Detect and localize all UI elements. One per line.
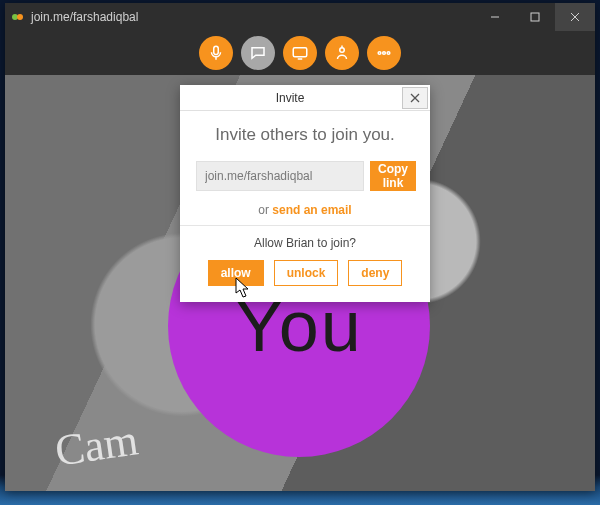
modal-titlebar: Invite <box>180 85 430 111</box>
close-button[interactable] <box>555 3 595 31</box>
share-link-input[interactable] <box>196 161 364 191</box>
svg-point-12 <box>378 52 381 55</box>
svg-point-13 <box>383 52 386 55</box>
invite-modal: Invite Invite others to join you. Copy l… <box>180 85 430 302</box>
app-icon <box>11 10 25 24</box>
or-row: or send an email <box>196 203 414 217</box>
send-email-link[interactable]: send an email <box>272 203 351 217</box>
modal-close-button[interactable] <box>402 87 428 109</box>
or-text: or <box>258 203 272 217</box>
copy-link-button[interactable]: Copy link <box>370 161 416 191</box>
screen-button[interactable] <box>283 36 317 70</box>
svg-point-14 <box>387 52 390 55</box>
unlock-button[interactable]: unlock <box>274 260 339 286</box>
svg-rect-6 <box>214 46 219 54</box>
chat-button[interactable] <box>241 36 275 70</box>
deny-button[interactable]: deny <box>348 260 402 286</box>
allow-button[interactable]: allow <box>208 260 264 286</box>
svg-point-1 <box>17 14 23 20</box>
minimize-button[interactable] <box>475 3 515 31</box>
svg-rect-8 <box>293 48 307 57</box>
svg-rect-3 <box>531 13 539 21</box>
toolbar <box>5 31 595 75</box>
allow-question: Allow Brian to join? <box>196 236 414 250</box>
modal-divider <box>180 225 430 226</box>
modal-headline: Invite others to join you. <box>196 125 414 145</box>
participants-button[interactable] <box>325 36 359 70</box>
maximize-button[interactable] <box>515 3 555 31</box>
app-window: join.me/farshadiqbal You <box>5 3 595 491</box>
svg-point-10 <box>340 48 345 53</box>
modal-title: Invite <box>180 91 400 105</box>
window-title: join.me/farshadiqbal <box>31 10 138 24</box>
more-button[interactable] <box>367 36 401 70</box>
titlebar: join.me/farshadiqbal <box>5 3 595 31</box>
mic-button[interactable] <box>199 36 233 70</box>
